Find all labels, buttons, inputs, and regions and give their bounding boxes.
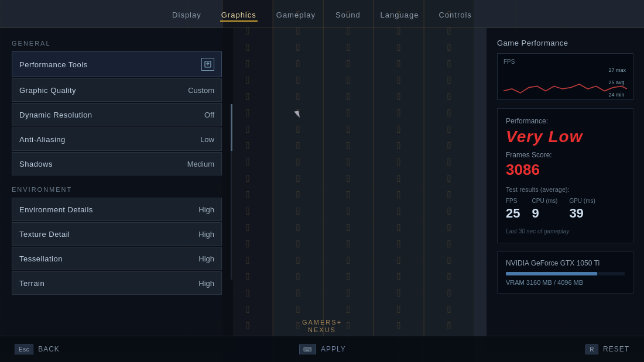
graphic-quality-row[interactable]: Graphic Quality Custom [12, 78, 222, 102]
tessellation-value: High [198, 254, 214, 263]
settings-panel: GENERAL Performance Tools Graphic Qualit… [0, 28, 234, 352]
gpu-metric-header: GPU (ms) [569, 198, 595, 204]
performance-tools-row[interactable]: Performance Tools [12, 51, 222, 77]
environment-details-row[interactable]: Environment Details High [12, 198, 222, 221]
cpu-metric-value: 9 [532, 206, 557, 221]
gameplay-note: Last 30 sec of gameplay [506, 228, 625, 235]
fps-metric: FPS 25 [506, 198, 520, 221]
nav-sound[interactable]: Sound [334, 8, 362, 22]
dynamic-resolution-label: Dynamic Resolution [19, 111, 93, 119]
scrollbar-track [231, 104, 232, 280]
gamers-nexus-logo: GAMERS+NEXUS [302, 319, 342, 334]
cpu-metric-header: CPU (ms) [532, 198, 557, 204]
back-key-badge: Esc [15, 344, 33, 354]
terrain-value: High [198, 279, 214, 288]
tessellation-row[interactable]: Tessellation High [12, 247, 222, 270]
apply-label: APPLY [321, 345, 346, 353]
test-results-label: Test results (average): [506, 186, 625, 193]
nav-graphics[interactable]: Graphics [220, 8, 258, 22]
fps-metric-header: FPS [506, 198, 520, 204]
general-settings-list: Performance Tools Graphic Quality Custom… [12, 51, 222, 175]
nav-gameplay[interactable]: Gameplay [275, 8, 317, 22]
texture-detail-label: Texture Detail [19, 230, 70, 239]
bottom-bar: Esc BACK ⌨ APPLY R RESET [0, 336, 644, 362]
fps-chart-area: 27 max 25 avg 24 min [503, 67, 627, 98]
reset-button[interactable]: R RESET [585, 344, 629, 354]
game-performance-title: Game Performance [497, 39, 633, 47]
nav-display[interactable]: Display [171, 8, 203, 22]
frames-score-label: Frames Score: [506, 151, 625, 159]
back-button[interactable]: Esc BACK [15, 344, 60, 354]
vram-bar-background [506, 272, 625, 275]
gpu-metric: GPU (ms) 39 [569, 198, 595, 221]
graphic-quality-value: Custom [188, 86, 214, 95]
performance-label: Performance: [506, 117, 625, 125]
environment-details-label: Environment Details [19, 205, 93, 214]
texture-detail-value: High [198, 230, 214, 239]
performance-tools-icon [201, 58, 214, 71]
performance-section: Performance: Very Low Frames Score: 3086… [497, 108, 633, 243]
general-section-label: GENERAL [12, 40, 222, 47]
back-label: BACK [38, 345, 60, 353]
vram-bar-fill [506, 272, 597, 275]
nav-controls[interactable]: Controls [437, 8, 472, 22]
top-navigation: Display Graphics Gameplay Sound Language… [0, 0, 644, 28]
performance-rating: Very Low [506, 127, 625, 146]
tessellation-label: Tessellation [19, 254, 63, 263]
reset-key-badge: R [585, 344, 598, 354]
apply-key-badge: ⌨ [299, 344, 316, 354]
reset-label: RESET [603, 345, 629, 353]
fps-avg-marker: 25 avg [608, 80, 626, 85]
cpu-metric: CPU (ms) 9 [532, 198, 557, 221]
middle-area [234, 28, 486, 352]
performance-tools-label: Performance Tools [19, 60, 88, 69]
environment-settings-list: Environment Details High Texture Detail … [12, 198, 222, 295]
main-layout: GENERAL Performance Tools Graphic Qualit… [0, 28, 644, 352]
gpu-name: NVIDIA GeForce GTX 1050 Ti [506, 259, 625, 267]
terrain-label: Terrain [19, 279, 44, 288]
anti-aliasing-label: Anti-Aliasing [19, 135, 66, 144]
environment-section-label: ENVIRONMENT [12, 186, 222, 193]
anti-aliasing-row[interactable]: Anti-Aliasing Low [12, 127, 222, 151]
logo-text: GAMERS+NEXUS [302, 319, 342, 334]
apply-button[interactable]: ⌨ APPLY [299, 344, 345, 354]
terrain-row[interactable]: Terrain High [12, 271, 222, 295]
anti-aliasing-value: Low [200, 135, 214, 144]
shadows-value: Medium [187, 160, 214, 168]
dynamic-resolution-row[interactable]: Dynamic Resolution Off [12, 103, 222, 126]
fps-metric-value: 25 [506, 206, 520, 221]
performance-panel: Game Performance FPS 27 max 25 avg 24 mi… [486, 28, 644, 352]
nav-language[interactable]: Language [379, 8, 420, 22]
environment-details-value: High [198, 205, 214, 214]
fps-chart-label: FPS [503, 58, 627, 65]
test-metrics: FPS 25 CPU (ms) 9 GPU (ms) 39 [506, 198, 625, 221]
texture-detail-row[interactable]: Texture Detail High [12, 222, 222, 246]
shadows-label: Shadows [19, 160, 53, 168]
fps-markers: 27 max 25 avg 24 min [607, 67, 627, 98]
vram-label: VRAM 3160 MB / 4096 MB [506, 279, 625, 286]
fps-max-marker: 27 max [608, 67, 626, 73]
frames-score-value: 3086 [506, 161, 625, 179]
shadows-row[interactable]: Shadows Medium [12, 152, 222, 175]
scrollbar-thumb[interactable] [231, 104, 232, 151]
gpu-metric-value: 39 [569, 206, 595, 221]
fps-chart: FPS 27 max 25 avg 24 min [497, 53, 633, 100]
fps-min-marker: 24 min [608, 92, 626, 98]
gpu-section: NVIDIA GeForce GTX 1050 Ti VRAM 3160 MB … [497, 251, 633, 294]
dynamic-resolution-value: Off [204, 111, 214, 119]
graphic-quality-label: Graphic Quality [19, 86, 76, 95]
